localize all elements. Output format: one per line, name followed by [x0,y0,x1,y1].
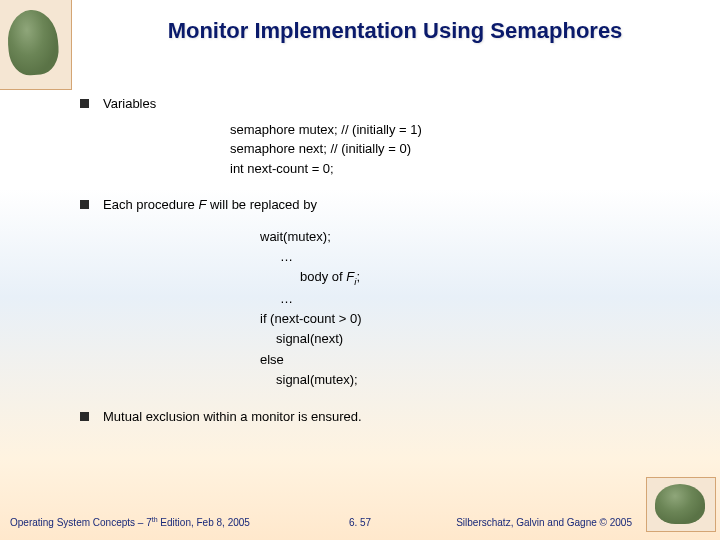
bullet-text: Each procedure F will be replaced by [103,196,690,215]
square-bullet-icon [80,412,89,421]
code-line: … [280,247,690,267]
slide-footer: Operating System Concepts – 7th Edition,… [0,516,720,528]
code-line: if (next-count > 0) [260,309,690,329]
dinosaur-corner-image-bottom [646,477,716,532]
bullet-item: Variables [80,95,690,114]
text-fragment: body of [300,269,346,284]
copyright-icon: © [600,517,607,528]
text-fragment: Operating System Concepts – 7 [10,517,152,528]
square-bullet-icon [80,99,89,108]
slide-content: Variables semaphore mutex; // (initially… [80,95,690,433]
text-fragment: Edition, Feb 8, 2005 [158,517,250,528]
text-fragment: will be replaced by [206,197,317,212]
code-line: semaphore mutex; // (initially = 1) [230,120,690,140]
code-line: signal(next) [276,329,690,349]
code-line: int next-count = 0; [230,159,690,179]
text-fragment: Silberschatz, Galvin and Gagne [456,517,599,528]
bullet-item: Mutual exclusion within a monitor is ens… [80,408,690,427]
dinosaur-corner-image-top [0,0,72,90]
code-line: signal(mutex); [276,370,690,390]
bullet-text: Mutual exclusion within a monitor is ens… [103,408,690,427]
code-line: else [260,350,690,370]
footer-page-number: 6. 57 [349,517,371,528]
text-fragment: Each procedure [103,197,198,212]
text-fragment: ; [356,269,360,284]
code-line: semaphore next; // (initially = 0) [230,139,690,159]
bullet-text: Variables [103,95,690,114]
square-bullet-icon [80,200,89,209]
slide-title: Monitor Implementation Using Semaphores [80,18,710,44]
code-line: body of Fi; [300,267,690,289]
code-line: … [280,289,690,309]
code-line: wait(mutex); [260,227,690,247]
text-fragment: 2005 [607,517,632,528]
code-block-variables: semaphore mutex; // (initially = 1) sema… [230,120,690,179]
footer-copyright: Silberschatz, Galvin and Gagne © 2005 [456,517,632,528]
code-block-procedure: wait(mutex); … body of Fi; … if (next-co… [260,227,690,390]
bullet-item: Each procedure F will be replaced by [80,196,690,215]
footer-left: Operating System Concepts – 7th Edition,… [10,516,250,528]
